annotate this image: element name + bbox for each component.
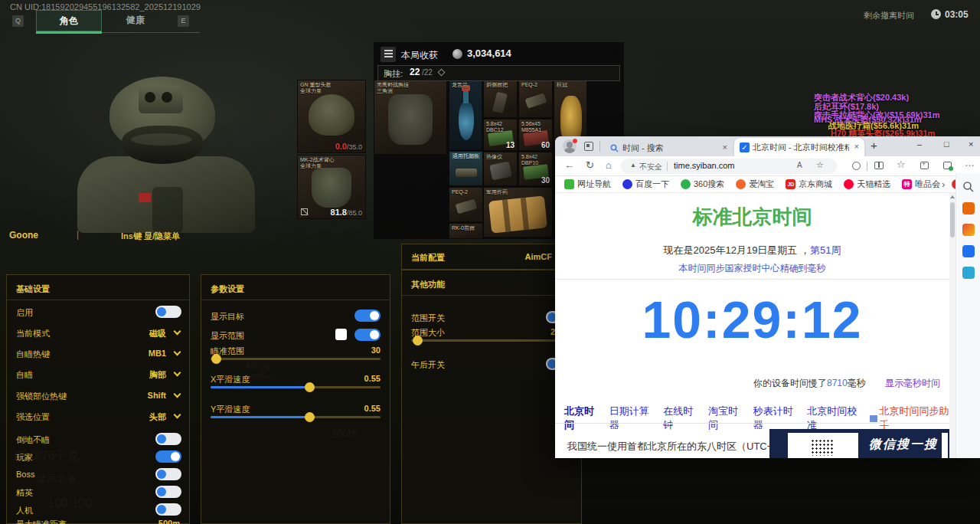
tab-health[interactable]: 健康 [102, 10, 169, 31]
list-icon[interactable] [381, 47, 396, 62]
item-ammo-58x42-dbp10[interactable]: 5.8x42DBP10 30 [518, 152, 553, 186]
week-link[interactable]: 第51周 [810, 244, 841, 256]
mode-value[interactable]: 磁吸 [149, 328, 166, 339]
link-beijing-time[interactable]: 北京时间 [564, 404, 599, 432]
tab-close-icon[interactable]: × [854, 142, 859, 151]
scrollbar-thumb[interactable] [950, 202, 955, 237]
slider-knob[interactable] [305, 412, 315, 422]
new-tab-button[interactable]: + [871, 139, 877, 152]
show-target-toggle[interactable] [354, 309, 381, 322]
item-tequila[interactable]: 龙舌兰 [449, 80, 482, 150]
elite-toggle[interactable] [155, 486, 181, 498]
bookmark-tmall[interactable]: 天猫精选 [844, 178, 890, 190]
link-sync-helper[interactable]: 北京时间同步助手 [870, 404, 949, 432]
item-chest-rig[interactable]: 黑鹰野战胸挂三角洲 [374, 80, 447, 155]
x-smooth-slider[interactable] [211, 386, 381, 388]
tab-close-icon[interactable]: × [723, 142, 727, 152]
bookmark-vip[interactable]: 特唯品会 [902, 178, 940, 190]
bookmark-360[interactable]: 360搜索 [681, 178, 724, 190]
aim-hotkey-value[interactable]: MB1 [149, 349, 166, 358]
minimize-button[interactable]: – [917, 139, 922, 149]
screen: CN UID:181592029455196132582_20251219102… [0, 0, 980, 524]
home-button[interactable]: ⌂ [606, 159, 612, 171]
sidebar-shopping-icon[interactable] [962, 202, 975, 215]
tab-character[interactable]: 角色 [36, 10, 102, 31]
split-screen-icon[interactable] [874, 162, 884, 169]
favorites-icon[interactable]: ☆ [897, 159, 906, 170]
chevron-down-icon[interactable] [174, 349, 181, 356]
row-enable: 启用 [16, 307, 33, 319]
item-peq2[interactable]: PEQ-2 [518, 80, 553, 118]
item-military-explosive[interactable]: 军用炸药 [483, 187, 553, 237]
peq2-art [456, 199, 478, 215]
bookmarks-overflow[interactable]: › [942, 178, 945, 190]
panel-title: 其他功能 [411, 279, 445, 290]
show-ms-link[interactable]: 显示毫秒时间 [885, 378, 940, 388]
collections-icon[interactable] [920, 162, 929, 169]
more-menu-icon[interactable]: … [965, 157, 975, 169]
tab-search[interactable]: 时间 - 搜索 × [604, 139, 733, 156]
lock-hotkey-value[interactable]: Shift [148, 391, 166, 400]
range-size-slider[interactable] [411, 339, 572, 342]
item-thermal-imager[interactable]: 热像仪 [483, 152, 518, 186]
workspaces-icon[interactable] [584, 142, 593, 151]
bots-toggle[interactable] [155, 503, 181, 516]
copilot-icon[interactable] [852, 162, 861, 170]
refresh-button[interactable]: ↻ [586, 159, 594, 171]
show-range-toggle[interactable] [354, 329, 381, 341]
read-aloud-icon[interactable]: A [797, 161, 802, 169]
chevron-down-icon[interactable] [174, 411, 181, 419]
slider-knob[interactable] [211, 354, 221, 364]
bookmark-aitaobao[interactable]: 爱淘宝 [736, 178, 774, 190]
sidebar-search-icon[interactable] [962, 181, 975, 193]
link-online-clock[interactable]: 在线时钟 [663, 404, 698, 432]
sidebar-mail-icon[interactable] [962, 267, 975, 279]
maximize-button[interactable]: □ [944, 139, 949, 149]
config-value[interactable]: AimCF [525, 252, 552, 261]
slider-knob[interactable] [413, 336, 423, 346]
bookmark-jd[interactable]: JD京东商城 [786, 178, 832, 190]
sync-link[interactable]: 本时间同步国家授时中心精确到毫秒 [555, 262, 949, 275]
address-bar[interactable]: ▲ 不安全 time.syiban.com A ☆ [621, 159, 837, 174]
chevron-down-icon[interactable] [174, 369, 181, 377]
tab-beijing-time[interactable]: ✓ 北京时间 - 北京时间校准精确到 × [734, 138, 864, 156]
tab-underline [102, 32, 200, 33]
keycap-q: Q [12, 15, 24, 27]
link-stopwatch[interactable]: 秒表计时器 [753, 404, 797, 432]
item-ammo-58x42-dbc12[interactable]: 5.8x42DBC12 13 [483, 119, 518, 151]
aim-range-slider[interactable] [211, 358, 381, 360]
item-cheek-rest[interactable]: 通用托腮板 [449, 151, 483, 186]
item-helmet[interactable]: GN 重型头盔全球力量 0.0/35.0 [297, 80, 366, 153]
sidebar-image-icon[interactable] [962, 224, 975, 236]
slider-knob[interactable] [305, 382, 315, 392]
item-angled-grip[interactable]: 斜侧握把 [483, 80, 518, 118]
link-taobao-time[interactable]: 淘宝时间 [708, 404, 743, 432]
ignore-downed-toggle[interactable] [155, 433, 181, 445]
aim-part-value[interactable]: 胸部 [149, 369, 166, 381]
panel-basic-settings: 基础设置 启用 当前模式 磁吸 自瞄热键 MB1 自瞄 胸部 强锁部位热键 Sh… [6, 274, 190, 524]
page-scrollbar[interactable] [949, 193, 956, 458]
boss-toggle[interactable] [155, 468, 181, 480]
players-toggle[interactable] [155, 450, 181, 463]
url-text[interactable]: time.syiban.com [674, 161, 734, 170]
y-smooth-slider[interactable] [211, 416, 381, 418]
force-part-value[interactable]: 头部 [149, 411, 166, 423]
close-button[interactable]: × [969, 139, 973, 149]
item-ammo-556x45-m855a1[interactable]: 5.56x45M855A1 60 [518, 119, 553, 151]
enable-toggle[interactable] [155, 306, 181, 318]
item-vest[interactable]: MK-2战术背心全球力量 81.8/85.0 [297, 155, 366, 219]
show-range-checkbox[interactable] [335, 329, 347, 340]
link-time-calibration[interactable]: 北京时间校准 [807, 404, 860, 432]
back-button[interactable]: ← [564, 159, 574, 171]
bookmark-star-icon[interactable]: ☆ [816, 160, 824, 170]
item-peq2-b[interactable]: PEQ-2 [449, 187, 483, 222]
item-rk0-grip[interactable]: RK-0前握 [449, 223, 483, 239]
link-date-calc[interactable]: 日期计算器 [609, 404, 653, 432]
chevron-down-icon[interactable] [174, 391, 181, 398]
bookmark-baidu[interactable]: 百度一下 [622, 178, 669, 190]
row-range-switch: 范围开关 [411, 313, 445, 324]
chevron-down-icon[interactable] [174, 328, 181, 336]
panel-param-settings: 参数设置 显示目标 显示范围 瞄准范围 30 X平滑速度 0.55 Y平滑速度 … [201, 274, 390, 524]
bookmark-hao123[interactable]: 网址导航 [564, 178, 611, 190]
sidebar-office-icon[interactable] [962, 245, 975, 257]
